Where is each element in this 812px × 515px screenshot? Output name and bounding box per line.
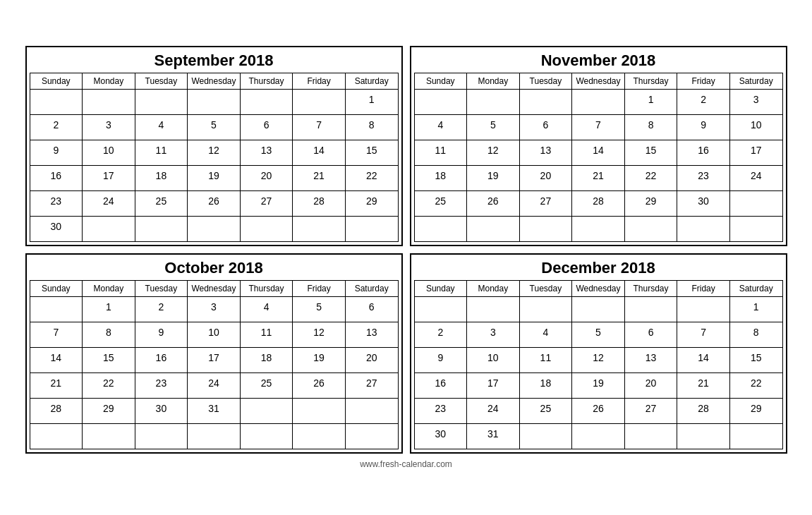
table-cell: 23: [30, 191, 83, 217]
table-cell: 16: [414, 373, 467, 399]
table-cell: 9: [135, 322, 188, 348]
table-cell: 15: [729, 348, 782, 373]
table-row: 14151617181920: [30, 348, 398, 373]
table-cell: 5: [467, 115, 520, 140]
table-cell: 3: [467, 322, 520, 348]
cal-table-sep2018: SundayMondayTuesdayWednesdayThursdayFrid…: [30, 73, 399, 242]
table-cell: 30: [414, 424, 467, 449]
day-header: Thursday: [240, 281, 293, 297]
table-row: 45678910: [414, 115, 782, 140]
table-cell: 9: [414, 348, 467, 373]
table-cell: [293, 399, 346, 424]
day-header: Monday: [83, 281, 135, 297]
table-cell: 1: [624, 90, 677, 115]
table-cell: [572, 90, 625, 115]
table-cell: [624, 297, 677, 322]
table-cell: 18: [240, 348, 293, 373]
table-cell: 16: [677, 140, 730, 166]
table-cell: [345, 424, 398, 449]
table-cell: 19: [572, 373, 625, 399]
cal-title-nov2018: November 2018: [414, 52, 783, 70]
table-cell: 22: [624, 166, 677, 191]
cal-table-dec2018: SundayMondayTuesdayWednesdayThursdayFrid…: [414, 280, 783, 449]
day-header: Tuesday: [519, 281, 572, 297]
table-cell: [240, 90, 293, 115]
table-row: 3031: [414, 424, 782, 449]
table-cell: 22: [345, 166, 398, 191]
day-header: Thursday: [624, 281, 677, 297]
table-cell: [677, 424, 730, 449]
table-cell: 13: [624, 348, 677, 373]
table-cell: [135, 90, 188, 115]
table-cell: [345, 217, 398, 242]
day-header: Sunday: [414, 73, 467, 90]
table-cell: 24: [188, 373, 241, 399]
table-cell: 28: [293, 191, 346, 217]
table-cell: 9: [677, 115, 730, 140]
calendar-dec2018: December 2018SundayMondayTuesdayWednesda…: [410, 253, 787, 454]
cal-title-sep2018: September 2018: [30, 52, 399, 70]
table-cell: 8: [83, 322, 135, 348]
table-cell: [188, 90, 241, 115]
table-cell: [572, 217, 625, 242]
table-cell: 4: [240, 297, 293, 322]
table-cell: 19: [467, 166, 520, 191]
table-cell: [83, 424, 135, 449]
table-cell: 7: [677, 322, 730, 348]
table-cell: 30: [135, 399, 188, 424]
day-header: Friday: [293, 73, 346, 90]
table-cell: 29: [729, 399, 782, 424]
table-cell: 27: [345, 373, 398, 399]
table-row: [414, 217, 782, 242]
day-header: Saturday: [729, 73, 782, 90]
table-row: [30, 424, 398, 449]
table-cell: [135, 424, 188, 449]
table-cell: 3: [729, 90, 782, 115]
day-header: Wednesday: [188, 73, 241, 90]
table-cell: 5: [293, 297, 346, 322]
table-row: 18192021222324: [414, 166, 782, 191]
table-cell: 31: [188, 399, 241, 424]
table-cell: [293, 90, 346, 115]
table-row: 16171819202122: [414, 373, 782, 399]
table-cell: [467, 90, 520, 115]
table-cell: 17: [188, 348, 241, 373]
table-cell: 8: [624, 115, 677, 140]
table-row: 23242526272829: [30, 191, 398, 217]
table-cell: [188, 217, 241, 242]
day-header: Tuesday: [135, 281, 188, 297]
table-cell: 26: [467, 191, 520, 217]
table-row: 23242526272829: [414, 399, 782, 424]
table-cell: [30, 424, 83, 449]
table-cell: [624, 217, 677, 242]
table-cell: 25: [519, 399, 572, 424]
day-header: Wednesday: [572, 73, 625, 90]
table-cell: 5: [188, 115, 241, 140]
table-cell: 8: [345, 115, 398, 140]
table-cell: 2: [677, 90, 730, 115]
table-cell: 25: [240, 373, 293, 399]
table-row: 28293031: [30, 399, 398, 424]
table-cell: 2: [135, 297, 188, 322]
table-cell: [729, 217, 782, 242]
table-cell: 24: [83, 191, 135, 217]
table-cell: [414, 297, 467, 322]
table-cell: 7: [572, 115, 625, 140]
cal-title-dec2018: December 2018: [414, 259, 783, 277]
table-cell: 1: [345, 90, 398, 115]
table-row: 2345678: [30, 115, 398, 140]
table-cell: 19: [188, 166, 241, 191]
table-cell: 20: [519, 166, 572, 191]
table-cell: 12: [293, 322, 346, 348]
table-cell: 6: [519, 115, 572, 140]
table-cell: [240, 424, 293, 449]
table-cell: 23: [677, 166, 730, 191]
table-cell: 20: [624, 373, 677, 399]
table-cell: 12: [467, 140, 520, 166]
table-cell: 28: [572, 191, 625, 217]
table-cell: [729, 191, 782, 217]
table-cell: 29: [624, 191, 677, 217]
table-cell: [467, 217, 520, 242]
table-cell: [677, 217, 730, 242]
day-header: Friday: [677, 73, 730, 90]
